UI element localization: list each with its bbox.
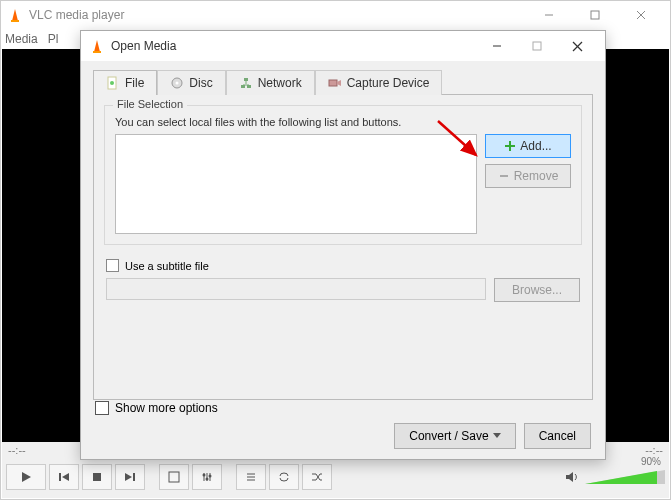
browse-button-label: Browse... xyxy=(512,283,562,297)
svg-point-30 xyxy=(110,81,114,85)
playlist-button[interactable] xyxy=(236,464,266,490)
file-selection-group: File Selection You can select local file… xyxy=(104,105,582,245)
file-selection-label: File Selection xyxy=(113,98,187,110)
svg-rect-7 xyxy=(59,473,61,481)
capture-icon xyxy=(328,76,342,90)
minus-icon xyxy=(498,170,510,182)
show-more-options[interactable]: Show more options xyxy=(95,401,591,415)
disc-icon xyxy=(170,76,184,90)
svg-marker-23 xyxy=(94,40,100,52)
svg-rect-24 xyxy=(93,51,101,53)
svg-point-18 xyxy=(209,475,212,478)
play-button[interactable] xyxy=(6,464,46,490)
svg-marker-22 xyxy=(566,472,573,482)
loop-button[interactable] xyxy=(269,464,299,490)
fullscreen-button[interactable] xyxy=(159,464,189,490)
dialog-close-button[interactable] xyxy=(557,31,597,61)
svg-rect-38 xyxy=(329,80,337,86)
remove-button[interactable]: Remove xyxy=(485,164,571,188)
svg-marker-10 xyxy=(125,473,132,481)
tab-disc[interactable]: Disc xyxy=(157,70,225,95)
tab-capture[interactable]: Capture Device xyxy=(315,70,443,95)
close-button[interactable] xyxy=(618,1,664,29)
svg-point-32 xyxy=(176,82,179,85)
prev-button[interactable] xyxy=(49,464,79,490)
vlc-cone-icon xyxy=(89,38,105,54)
dialog-titlebar: Open Media xyxy=(81,31,605,61)
svg-rect-26 xyxy=(533,42,541,50)
svg-marker-0 xyxy=(12,9,18,21)
svg-point-16 xyxy=(203,474,206,477)
add-button-label: Add... xyxy=(520,139,551,153)
svg-marker-39 xyxy=(337,80,341,86)
show-more-label: Show more options xyxy=(115,401,218,415)
menu-media[interactable]: Media xyxy=(5,32,38,46)
remove-button-label: Remove xyxy=(514,169,559,183)
svg-rect-1 xyxy=(11,20,19,22)
browse-button[interactable]: Browse... xyxy=(494,278,580,302)
network-icon xyxy=(239,76,253,90)
file-list[interactable] xyxy=(115,134,477,234)
time-elapsed: --:-- xyxy=(8,444,26,458)
open-media-dialog: Open Media File Disc Network Capture Dev… xyxy=(80,30,606,460)
svg-marker-8 xyxy=(62,473,69,481)
cancel-button[interactable]: Cancel xyxy=(524,423,591,449)
menu-playback[interactable]: Pl xyxy=(48,32,59,46)
tab-file[interactable]: File xyxy=(93,70,157,95)
plus-icon xyxy=(504,140,516,152)
dialog-maximize-button[interactable] xyxy=(517,31,557,61)
svg-rect-9 xyxy=(93,473,101,481)
tab-network-label: Network xyxy=(258,76,302,90)
convert-save-button[interactable]: Convert / Save xyxy=(394,423,515,449)
speaker-icon xyxy=(565,470,581,484)
show-more-checkbox[interactable] xyxy=(95,401,109,415)
shuffle-button[interactable] xyxy=(302,464,332,490)
extended-settings-button[interactable] xyxy=(192,464,222,490)
svg-rect-3 xyxy=(591,11,599,19)
cancel-label: Cancel xyxy=(539,429,576,443)
volume-percent: 90% xyxy=(641,456,661,467)
file-selection-help: You can select local files with the foll… xyxy=(115,116,571,128)
svg-marker-6 xyxy=(22,472,31,482)
maximize-button[interactable] xyxy=(572,1,618,29)
add-button[interactable]: Add... xyxy=(485,134,571,158)
subtitle-group: Use a subtitle file Browse... xyxy=(104,255,582,306)
svg-rect-11 xyxy=(133,473,135,481)
volume-slider[interactable] xyxy=(585,470,665,484)
volume-control[interactable]: 90% xyxy=(565,470,665,484)
svg-rect-12 xyxy=(169,472,179,482)
convert-save-label: Convert / Save xyxy=(409,429,488,443)
subtitle-checkbox-label: Use a subtitle file xyxy=(125,260,209,272)
vlc-cone-icon xyxy=(7,7,23,23)
tab-network[interactable]: Network xyxy=(226,70,315,95)
dropdown-icon xyxy=(493,433,501,439)
tab-file-label: File xyxy=(125,76,144,90)
svg-point-17 xyxy=(206,478,209,481)
next-button[interactable] xyxy=(115,464,145,490)
tab-strip: File Disc Network Capture Device xyxy=(81,61,605,94)
main-window-title: VLC media player xyxy=(29,8,526,22)
stop-button[interactable] xyxy=(82,464,112,490)
minimize-button[interactable] xyxy=(526,1,572,29)
tab-body: File Selection You can select local file… xyxy=(93,94,593,400)
svg-rect-33 xyxy=(244,78,248,81)
tab-disc-label: Disc xyxy=(189,76,212,90)
svg-marker-43 xyxy=(493,433,501,438)
subtitle-checkbox[interactable] xyxy=(106,259,119,272)
dialog-title: Open Media xyxy=(111,39,477,53)
file-icon xyxy=(106,76,120,90)
tab-capture-label: Capture Device xyxy=(347,76,430,90)
main-titlebar: VLC media player xyxy=(1,1,670,29)
dialog-minimize-button[interactable] xyxy=(477,31,517,61)
subtitle-path-input xyxy=(106,278,486,300)
